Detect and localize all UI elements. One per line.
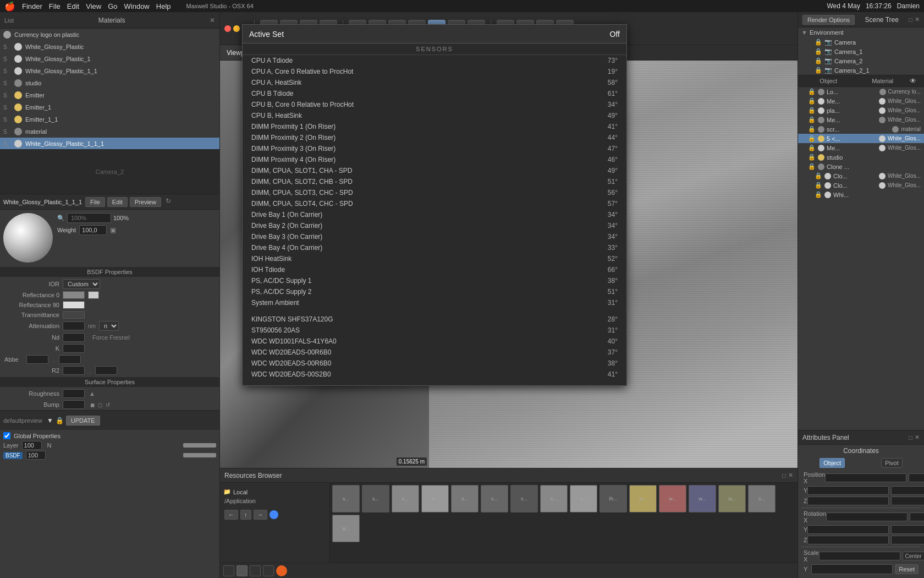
tree-item-camera21[interactable]: 🔒 📷 Camera_2_1 [798, 66, 924, 75]
global-props-checkbox[interactable] [3, 432, 10, 439]
rotation-z-object-input[interactable]: 0,000 [807, 536, 889, 544]
material-item[interactable]: S White_Glossy_Plastic_1 [0, 53, 219, 65]
thumb-item[interactable]: s... [392, 485, 419, 512]
r2-input[interactable]: 45,00 [63, 366, 85, 375]
scale-x-object-input[interactable]: 1,000 [819, 552, 900, 560]
dropdown-item[interactable]: KINGSTON SHFS37A120G 28° [243, 314, 626, 325]
dropdown-item[interactable]: CPU A Tdiode 73° [243, 55, 626, 66]
thumb-item[interactable]: s... [510, 485, 538, 512]
material-item[interactable]: Currency logo on plastic [0, 29, 219, 41]
position-y-pivot-input[interactable]: 0,043 [891, 486, 924, 495]
render-options-button[interactable]: Render Options [802, 15, 855, 25]
dropdown-item[interactable]: CPU B, HeatSink 49° [243, 110, 626, 121]
reflectance0-swatch[interactable] [63, 291, 85, 299]
dropdown-item[interactable]: IOH Tdiode 66° [243, 264, 626, 275]
thumb-item[interactable]: s... [748, 485, 776, 512]
dropdown-item[interactable]: WDC WD20EADS-00R6B0 37° [243, 347, 626, 358]
tree-item-scr[interactable]: 🔒 scr... material [798, 124, 924, 134]
environment-section[interactable]: ▼ Environment [798, 28, 924, 37]
dropdown-item[interactable]: WDC WD20EADS-00R6B0 38° [243, 358, 626, 369]
menu-view[interactable]: View [86, 2, 101, 10]
dropdown-item[interactable]: Drive Bay 4 (On Carrier) 33° [243, 242, 626, 253]
file-button[interactable]: File [85, 197, 105, 207]
position-x-object-input[interactable]: 0,000 [825, 473, 906, 482]
material-item[interactable]: S Emitter_1_1 [0, 113, 219, 126]
tree-item-5[interactable]: 🔒 5 <... White_Glos... [798, 134, 924, 143]
reset-button[interactable]: Reset [895, 564, 919, 574]
thumb-item[interactable]: s... [481, 485, 508, 512]
tree-item-clo1[interactable]: 🔒 Clo... White_Glos... [798, 171, 924, 181]
rotation-y-object-input[interactable]: 0,000 [807, 525, 889, 534]
dropdown-item[interactable]: DIMM, CPUA, SLOT2, CHB - SPD 51° [243, 176, 626, 187]
material-item[interactable]: S Emitter_1 [0, 101, 219, 113]
thumb-item[interactable]: th... [600, 485, 627, 512]
tree-item-me3[interactable]: 🔒 Me... White_Glos... [798, 143, 924, 152]
dropdown-item[interactable]: Drive Bay 2 (On Carrier) 34° [243, 220, 626, 231]
resource-icon-3[interactable] [250, 565, 261, 576]
dropdown-item[interactable]: DIMM, CPUA, SLOT4, CHC - SPD 57° [243, 198, 626, 209]
dropdown-item[interactable]: DIMM, CPUA, SLOT1, CHA - SPD 49° [243, 165, 626, 176]
pivot-pivot-button[interactable]: Pivot [881, 458, 902, 468]
material-item[interactable]: S studio [0, 77, 219, 89]
position-x-pivot-input[interactable]: 0,000 [909, 473, 924, 482]
resource-logo-icon[interactable] [276, 565, 287, 576]
menu-window[interactable]: Window [124, 2, 150, 10]
roughness-input[interactable]: 100,00 [63, 389, 85, 398]
apple-menu[interactable]: 🍎 [4, 1, 15, 12]
lock-icon[interactable]: 🔒 [56, 417, 64, 424]
thumb-item[interactable]: w... [659, 485, 686, 512]
rotation-z-pivot-input[interactable]: 0,000 [891, 536, 924, 544]
dropdown-item[interactable]: DIMM Proximity 2 (On Riser) 44° [243, 132, 626, 143]
preview-button[interactable]: Preview [130, 197, 161, 207]
local-item[interactable]: 📁 Local [222, 487, 327, 497]
thumb-item[interactable]: s... [540, 485, 568, 512]
thumb-item[interactable]: w... [718, 485, 746, 512]
resource-icon-1[interactable] [223, 565, 234, 576]
dropdown-item[interactable]: WDC WD1001FALS-41Y6A0 40° [243, 336, 626, 347]
dropdown-item[interactable]: ST950056 20AS 31° [243, 325, 626, 336]
attenuation-input[interactable]: 1,00 [63, 321, 85, 330]
tree-item-camera[interactable]: 🔒 📷 Camera [798, 37, 924, 47]
resource-icon-4[interactable] [263, 565, 274, 576]
dropdown-item[interactable]: DIMM Proximity 1 (On Riser) 41° [243, 121, 626, 132]
tree-item-studio[interactable]: 🔒 studio [798, 152, 924, 162]
dropdown-item[interactable]: System Ambient 31° [243, 297, 626, 308]
close-window-icon[interactable] [224, 25, 231, 32]
bump-input[interactable]: 2,00 [63, 400, 85, 409]
menu-finder[interactable]: Finder [22, 2, 42, 10]
thumb-item[interactable]: s... [332, 485, 360, 512]
tree-item-clone[interactable]: 🔒 Clone ... [798, 162, 924, 171]
resources-expand-icon[interactable]: □ [782, 472, 786, 479]
thumb-item[interactable]: w... [629, 485, 657, 512]
position-z-object-input[interactable]: 0,043 [807, 497, 889, 505]
thumb-item[interactable]: s... [451, 485, 479, 512]
material-item[interactable]: S White_Glossy_Plastic_1_1 [0, 65, 219, 77]
ior-select[interactable]: Custom [63, 279, 100, 289]
reflectance90-swatch[interactable] [63, 301, 85, 309]
nav-forward-button[interactable]: → [254, 510, 267, 520]
material-search-input[interactable] [67, 213, 111, 223]
menu-go[interactable]: Go [108, 2, 117, 10]
scale-y-object-input[interactable]: 1,000 [811, 564, 893, 574]
tree-item-whi[interactable]: 🔒 Whi... [798, 190, 924, 199]
rotation-x-object-input[interactable]: 0,000 [826, 512, 908, 521]
nd-input[interactable]: 3,000 [63, 333, 85, 342]
bump-icon3[interactable]: ↺ [106, 402, 110, 408]
bump-icon2[interactable]: ◻ [98, 402, 102, 408]
refresh-icon[interactable]: ↻ [166, 197, 171, 207]
resource-icon-2[interactable] [237, 565, 248, 576]
dropdown-item[interactable]: CPU B Tdiode 61° [243, 88, 626, 99]
dropdown-item[interactable]: DIMM, CPUA, SLOT3, CHC - SPD 56° [243, 187, 626, 198]
r2-max-input[interactable]: 50,00 [95, 366, 117, 375]
scene-tree-close-icon[interactable]: ✕ [915, 16, 920, 23]
dropdown-item[interactable]: CPU A, Core 0 Relative to ProcHot 19° [243, 66, 626, 77]
abbe-max-input[interactable]: 50,00 [59, 355, 81, 364]
menu-help[interactable]: Help [156, 2, 171, 10]
tree-item-camera2[interactable]: 🔒 📷 Camera_2 [798, 56, 924, 66]
tree-item-camera1[interactable]: 🔒 📷 Camera_1 [798, 47, 924, 56]
abbe-input[interactable]: 45,00 [26, 355, 48, 364]
thumb-item[interactable]: s... [570, 485, 597, 512]
eye-icon[interactable]: 👁 [910, 77, 921, 85]
thumb-item[interactable]: w... [689, 485, 716, 512]
roughness-up-icon[interactable]: ▲ [89, 390, 95, 397]
